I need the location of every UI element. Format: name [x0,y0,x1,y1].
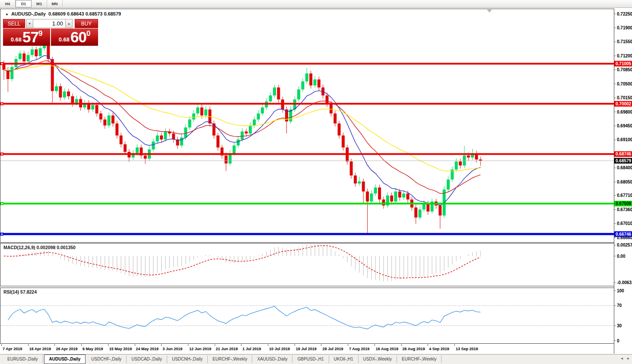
date-label: 3 Jun 2019 [162,347,182,351]
date-tick [295,344,295,346]
date-tick [188,344,188,346]
date-tick [1,344,2,346]
tab-gbpusd-h1[interactable]: GBPUSD-,H1 [292,355,329,363]
scale-label: 0.69450 [617,123,632,128]
tab-scroll-right-icon[interactable]: ▸ [627,356,629,361]
scale-label: 0.70150 [617,95,632,100]
scale-label: 0.70850 [617,67,632,72]
scale-label: 0.68050 [617,180,632,184]
scale-label: -0.006326 [617,280,632,285]
date-label: 1 Jul 2019 [242,347,261,351]
symbol-tab-bar: EURUSD-,DailyAUDUSD-,DailyUSDCHF-,DailyU… [0,354,632,364]
date-label: 6 May 2019 [83,347,103,351]
date-tick [28,344,29,346]
macd-values: 0.002098 0.001350 [36,245,76,250]
tab-usdx-weekly[interactable]: USDX-,Weekly [359,355,397,363]
buy-price-base: 0.68 [59,36,70,43]
date-label: 13 Sep 2019 [456,347,478,351]
sell-price-base: 0.68 [11,36,22,43]
date-label: 4 Sep 2019 [429,347,449,351]
scale-label: 0.71900 [617,25,632,30]
date-label: 16 Apr 2019 [29,347,51,351]
trading-platform-window: H4D1W1MN 0.722500.719000.715500.712000.7… [0,0,632,364]
date-label: 7 Apr 2019 [3,347,22,351]
macd-signal-line [4,246,480,278]
buy-price-display[interactable]: 0.68 60 0 [51,28,98,46]
date-tick [161,344,162,346]
chart-shift-marker-icon [487,9,492,13]
date-tick [454,344,455,346]
sell-button[interactable]: SELL [3,19,25,28]
volume-decrease-button[interactable]: ▼ [26,19,33,28]
scale-label: 0.70500 [617,82,632,86]
chart-header: ▲ AUDUSD-,Daily 0.68609 0.68643 0.68573 … [5,11,121,16]
date-label: 26 Apr 2019 [56,347,77,351]
date-label: 10 Jul 2019 [269,347,290,351]
date-tick [401,344,402,346]
tab-scroll-left-icon[interactable]: ◂ [621,356,623,361]
volume-input[interactable] [33,19,65,28]
tab-usdcad-daily[interactable]: USDCAD-,Daily [127,355,167,363]
tab-audusd-daily[interactable]: AUDUSD-,Daily [44,355,86,364]
svg-text:0.68746: 0.68746 [616,152,632,156]
svg-text:0.70002: 0.70002 [616,101,632,106]
macd-label: MACD(12,26,9) 0.002098 0.001350 [3,245,76,250]
scale-label: 0.72250 [617,12,632,16]
date-label: 12 Jun 2019 [189,347,211,351]
scale-label: 0.68400 [617,165,632,170]
tab-eurchf-weekly[interactable]: EURCHF-,Weekly [208,355,252,363]
one-click-trade-widget: SELL ▼ ▲ BUY 0.68 57 9 0.68 60 0 [3,19,98,46]
scale-label: 70 [617,303,622,308]
date-tick [81,344,82,346]
date-tick [54,344,55,346]
date-label: 16 Aug 2019 [376,347,398,351]
date-label: 21 Jun 2019 [216,347,238,351]
tab-eurusd-daily[interactable]: EURUSD-,Daily [3,355,43,363]
date-tick [108,344,108,346]
scale-label: 0.002574 [617,243,632,247]
ohlc-quotes: 0.68609 0.68643 0.68573 0.68579 [48,11,121,16]
scale-label: 30 [617,323,622,328]
date-tick [428,344,428,346]
scale-label: 0.67710 [617,193,632,198]
tab-usdcnh-daily[interactable]: USDCNH-,Daily [167,355,208,363]
scale-label: 0.00 [617,254,626,259]
tab-ukoil-h1[interactable]: UKOil-,H1 [329,355,359,363]
scale-label: 0.71550 [617,39,632,44]
date-tick [268,344,268,346]
scale-label: 0.69100 [617,137,632,142]
svg-text:0.71005: 0.71005 [616,61,632,66]
tab-usdchf-daily[interactable]: USDCHF-,Daily [86,355,127,363]
date-label: 29 Jul 2019 [322,347,343,351]
scale-label: 100 [617,288,624,293]
scale-label: 0.71200 [617,54,632,58]
svg-text:0.68579: 0.68579 [616,158,632,163]
tab-xauusd-daily[interactable]: XAUUSD-,Daily [252,355,292,363]
date-tick [241,344,241,346]
svg-text:0.67508: 0.67508 [616,201,632,206]
date-tick [321,344,321,346]
svg-text:0.66746: 0.66746 [616,232,632,237]
candlestick-series [3,43,482,233]
scale-label: 0.67010 [617,221,632,226]
sell-price-display[interactable]: 0.68 57 9 [3,28,50,46]
date-label: 24 May 2019 [136,347,159,351]
tab-eurchf-weekly[interactable]: EURCHF-,Weekly [397,355,441,363]
buy-button[interactable]: BUY [75,19,98,28]
buy-price-point: 0 [86,29,90,38]
date-tick [348,344,348,346]
ma-line-21 [4,61,480,194]
date-label: 26 Aug 2019 [403,347,425,351]
rsi-label: RSI(14) 57.8224 [3,289,37,294]
date-label: 7 Aug 2019 [349,347,369,351]
buy-price-pips: 60 [70,29,86,45]
ma-line-45 [4,65,480,171]
symbol-title: AUDUSD-,Daily [11,11,46,16]
volume-increase-button[interactable]: ▲ [65,19,73,28]
tab-scroll-nav: ◂ ▸ [621,356,629,361]
scale-label: 0.67360 [617,207,632,212]
macd-name: MACD(12,26,9) [3,245,35,250]
collapse-icon[interactable]: ▲ [5,12,9,16]
chart-canvas: 0.722500.719000.715500.712000.708500.705… [0,0,632,364]
date-tick [135,344,135,346]
